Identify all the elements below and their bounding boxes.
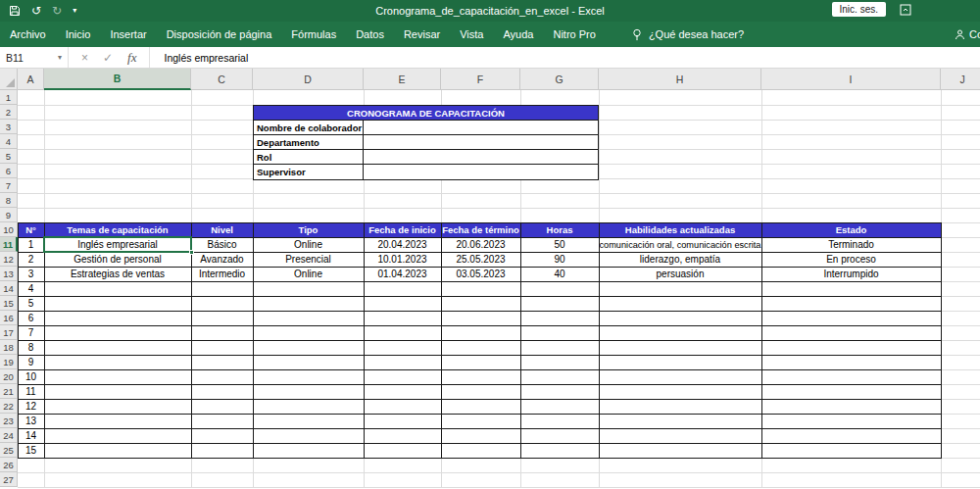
cell-F11[interactable]: 20.06.2023 <box>441 237 520 252</box>
cell-A12[interactable]: 2 <box>18 252 44 267</box>
column-header-F[interactable]: F <box>441 69 520 90</box>
cell-C20[interactable] <box>191 369 253 384</box>
cell-F17[interactable] <box>441 325 520 340</box>
cell-H16[interactable] <box>599 311 761 325</box>
cell-I13[interactable]: Interrumpido <box>761 267 941 281</box>
cell-F21[interactable] <box>441 384 520 399</box>
cell-E25[interactable] <box>364 443 441 458</box>
cell-D19[interactable] <box>253 355 364 369</box>
column-header-B[interactable]: B <box>44 69 191 90</box>
cell-G22[interactable] <box>520 399 599 414</box>
table-header-D[interactable]: Tipo <box>253 222 364 237</box>
cell-B24[interactable] <box>44 428 191 443</box>
column-header-C[interactable]: C <box>191 69 253 90</box>
cancel-icon[interactable]: × <box>81 51 88 65</box>
cell-C24[interactable] <box>191 428 253 443</box>
cell-E23[interactable] <box>364 414 441 428</box>
cell-A24[interactable]: 14 <box>18 428 44 443</box>
cell-H18[interactable] <box>599 340 761 355</box>
cell-I14[interactable] <box>761 281 941 296</box>
cell-B19[interactable] <box>44 355 191 369</box>
cell-F16[interactable] <box>441 311 520 325</box>
formula-input[interactable]: Inglés empresarial <box>150 52 248 64</box>
cell-F23[interactable] <box>441 414 520 428</box>
cell-G21[interactable] <box>520 384 599 399</box>
cell-D17[interactable] <box>253 325 364 340</box>
table-header-B[interactable]: Temas de capacitación <box>44 222 191 237</box>
tab-insertar[interactable]: Insertar <box>100 22 156 47</box>
tab-nitro-pro[interactable]: Nitro Pro <box>543 22 605 47</box>
cell-B16[interactable] <box>44 311 191 325</box>
cell-C25[interactable] <box>191 443 253 458</box>
row-header-21[interactable]: 21 <box>0 384 18 399</box>
tab-datos[interactable]: Datos <box>346 22 394 47</box>
cell-F24[interactable] <box>441 428 520 443</box>
cell-H25[interactable] <box>599 443 761 458</box>
row-header-20[interactable]: 20 <box>0 369 18 384</box>
table-header-F[interactable]: Fecha de término <box>441 222 520 237</box>
cell-A25[interactable]: 15 <box>18 443 44 458</box>
cell-G17[interactable] <box>520 325 599 340</box>
tab-inicio[interactable]: Inicio <box>56 22 101 47</box>
cell-H21[interactable] <box>599 384 761 399</box>
cell-G18[interactable] <box>520 340 599 355</box>
cell-E12[interactable]: 10.01.2023 <box>364 252 441 267</box>
row-header-18[interactable]: 18 <box>0 340 18 355</box>
tab-disposicion-de-pagina[interactable]: Disposición de página <box>157 22 282 47</box>
cell-G19[interactable] <box>520 355 599 369</box>
cell-D22[interactable] <box>253 399 364 414</box>
tab-vista[interactable]: Vista <box>450 22 493 47</box>
row-header-5[interactable]: 5 <box>0 149 18 164</box>
cell-I11[interactable]: Terminado <box>761 237 941 252</box>
cell-G12[interactable]: 90 <box>520 252 599 267</box>
cell-D15[interactable] <box>253 296 364 311</box>
cell-C19[interactable] <box>191 355 253 369</box>
cell-G23[interactable] <box>520 414 599 428</box>
cell-H17[interactable] <box>599 325 761 340</box>
row-header-6[interactable]: 6 <box>0 164 18 178</box>
cell-H12[interactable]: liderazgo, empatía <box>599 252 761 267</box>
cell-D12[interactable]: Presencial <box>253 252 364 267</box>
cell-E24[interactable] <box>364 428 441 443</box>
cell-A18[interactable]: 8 <box>18 340 44 355</box>
cell-F19[interactable] <box>441 355 520 369</box>
cell-G15[interactable] <box>520 296 599 311</box>
cell-C12[interactable]: Avanzado <box>191 252 253 267</box>
cell-I17[interactable] <box>761 325 941 340</box>
cell-E15[interactable] <box>364 296 441 311</box>
cell-E19[interactable] <box>364 355 441 369</box>
save-icon[interactable] <box>9 5 21 17</box>
row-header-16[interactable]: 16 <box>0 311 18 325</box>
cell-D18[interactable] <box>253 340 364 355</box>
cell-D23[interactable] <box>253 414 364 428</box>
undo-icon[interactable]: ↺ <box>31 5 41 17</box>
cell-A17[interactable]: 7 <box>18 325 44 340</box>
cell-F12[interactable]: 25.05.2023 <box>441 252 520 267</box>
column-header-A[interactable]: A <box>18 69 44 90</box>
cell-C17[interactable] <box>191 325 253 340</box>
cell-D21[interactable] <box>253 384 364 399</box>
info-field-value[interactable] <box>364 165 598 179</box>
cell-H14[interactable] <box>599 281 761 296</box>
cell-B17[interactable] <box>44 325 191 340</box>
cell-G20[interactable] <box>520 369 599 384</box>
cell-D14[interactable] <box>253 281 364 296</box>
cell-B12[interactable]: Gestión de personal <box>44 252 191 267</box>
cell-E22[interactable] <box>364 399 441 414</box>
column-header-E[interactable]: E <box>364 69 441 90</box>
table-header-H[interactable]: Habilidades actualizadas <box>599 222 761 237</box>
ribbon-display-options-icon[interactable] <box>900 4 911 16</box>
row-header-13[interactable]: 13 <box>0 267 18 281</box>
row-header-9[interactable]: 9 <box>0 208 18 222</box>
cell-A14[interactable]: 4 <box>18 281 44 296</box>
cell-I24[interactable] <box>761 428 941 443</box>
cell-E14[interactable] <box>364 281 441 296</box>
cell-A13[interactable]: 3 <box>18 267 44 281</box>
cell-C16[interactable] <box>191 311 253 325</box>
row-header-24[interactable]: 24 <box>0 428 18 443</box>
column-header-D[interactable]: D <box>253 69 364 90</box>
cell-H15[interactable] <box>599 296 761 311</box>
cell-I22[interactable] <box>761 399 941 414</box>
cell-A15[interactable]: 5 <box>18 296 44 311</box>
cell-D13[interactable]: Online <box>253 267 364 281</box>
